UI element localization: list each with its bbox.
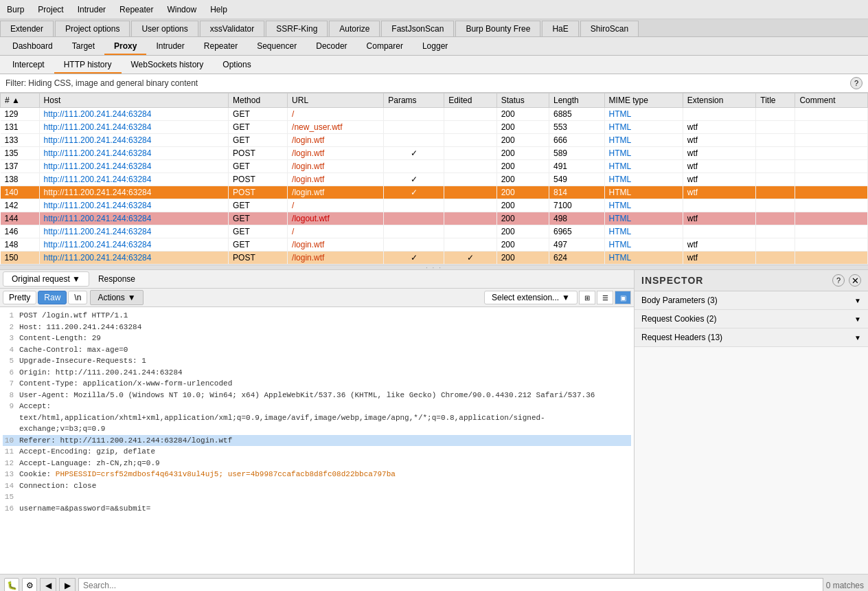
request-line: 6Origin: http://111.200.241.244:63284 bbox=[3, 367, 631, 379]
inspector-body-params-header[interactable]: Body Parameters (3) ▼ bbox=[635, 291, 868, 309]
cell-method: GET bbox=[229, 160, 288, 173]
proxy-tab-websockets[interactable]: WebSockets history bbox=[122, 57, 214, 74]
proxy-tab-http-history[interactable]: HTTP history bbox=[54, 57, 122, 74]
col-header-edited[interactable]: Edited bbox=[444, 93, 496, 108]
cell-params bbox=[384, 238, 444, 252]
tab-target[interactable]: Target bbox=[62, 38, 104, 55]
table-row[interactable]: 142 http://111.200.241.244:63284 GET / 2… bbox=[1, 199, 868, 212]
request-panel: Original request ▼ Response Pretty Raw \… bbox=[0, 270, 635, 574]
col-header-url[interactable]: URL bbox=[288, 93, 384, 108]
tab-hae[interactable]: HaE bbox=[542, 21, 578, 36]
filter-help-button[interactable]: ? bbox=[850, 77, 863, 89]
cell-id: 137 bbox=[1, 160, 40, 173]
menu-burp[interactable]: Burp bbox=[0, 2, 31, 17]
view-split-vertical-button[interactable]: ⊞ bbox=[579, 291, 595, 304]
inspector-help-button[interactable]: ? bbox=[832, 274, 845, 287]
request-line: 12Accept-Language: zh-CN,zh;q=0.9 bbox=[3, 458, 631, 469]
tab-shiroscan[interactable]: ShiroScan bbox=[580, 21, 639, 36]
view-full-button[interactable]: ▣ bbox=[615, 291, 631, 304]
cell-mime: HTML bbox=[604, 238, 683, 252]
settings-icon-button[interactable]: ⚙ bbox=[22, 578, 37, 592]
tab-autorize[interactable]: Autorize bbox=[329, 21, 380, 36]
cell-id: 146 bbox=[1, 225, 40, 238]
search-next-button[interactable]: ▶ bbox=[59, 578, 76, 592]
proxy-tab-options[interactable]: Options bbox=[213, 57, 260, 74]
col-header-status[interactable]: Status bbox=[496, 93, 549, 108]
request-line: 11Accept-Encoding: gzip, deflate bbox=[3, 446, 631, 458]
menu-project[interactable]: Project bbox=[31, 2, 70, 17]
menu-repeater[interactable]: Repeater bbox=[113, 2, 160, 17]
format-bar: Pretty Raw \n Actions ▼ Select extension… bbox=[0, 289, 634, 307]
actions-dropdown[interactable]: Actions ▼ bbox=[90, 290, 143, 305]
inspector-cookies-header[interactable]: Request Cookies (2) ▼ bbox=[635, 310, 868, 328]
table-row[interactable]: 150 http://111.200.241.244:63284 POST /l… bbox=[1, 252, 868, 265]
format-raw-button[interactable]: Raw bbox=[38, 291, 67, 304]
inspector-close-button[interactable]: ✕ bbox=[849, 274, 861, 287]
proxy-tab-intercept[interactable]: Intercept bbox=[3, 57, 54, 74]
table-row[interactable]: 138 http://111.200.241.244:63284 POST /l… bbox=[1, 173, 868, 186]
tab-decoder[interactable]: Decoder bbox=[306, 38, 356, 55]
col-header-ext[interactable]: Extension bbox=[683, 93, 756, 108]
cell-comment bbox=[795, 147, 868, 160]
line-number: 4 bbox=[3, 344, 14, 356]
cell-length: 624 bbox=[549, 252, 604, 265]
tab-original-request[interactable]: Original request ▼ bbox=[3, 271, 89, 287]
tab-project-options[interactable]: Project options bbox=[55, 21, 130, 36]
tab-logger[interactable]: Logger bbox=[413, 38, 457, 55]
col-header-host[interactable]: Host bbox=[39, 93, 228, 108]
tab-user-options[interactable]: User options bbox=[131, 21, 198, 36]
col-header-method[interactable]: Method bbox=[229, 93, 288, 108]
tab-intruder[interactable]: Intruder bbox=[146, 38, 194, 55]
tab-comparer[interactable]: Comparer bbox=[357, 38, 413, 55]
table-row[interactable]: 146 http://111.200.241.244:63284 GET / 2… bbox=[1, 225, 868, 238]
tab-sequencer[interactable]: Sequencer bbox=[247, 38, 306, 55]
menu-help[interactable]: Help bbox=[203, 2, 234, 17]
tab-ssrf-king[interactable]: SSRF-King bbox=[266, 21, 328, 36]
filter-text[interactable]: Filter: Hiding CSS, image and general bi… bbox=[5, 78, 198, 88]
bug-icon-button[interactable]: 🐛 bbox=[4, 578, 19, 592]
menu-window[interactable]: Window bbox=[160, 2, 203, 17]
inspector-headers-header[interactable]: Request Headers (13) ▼ bbox=[635, 328, 868, 346]
tab-repeater[interactable]: Repeater bbox=[194, 38, 247, 55]
line-content: Accept: bbox=[19, 401, 51, 412]
table-row[interactable]: 144 http://111.200.241.244:63284 GET /lo… bbox=[1, 212, 868, 225]
search-input[interactable] bbox=[78, 578, 823, 592]
table-row[interactable]: 148 http://111.200.241.244:63284 GET /lo… bbox=[1, 238, 868, 252]
cell-status: 200 bbox=[496, 212, 549, 225]
select-extension-button[interactable]: Select extension... ▼ bbox=[484, 291, 578, 304]
tab-xssvalidator[interactable]: xssValidator bbox=[200, 21, 264, 36]
col-header-params[interactable]: Params bbox=[384, 93, 444, 108]
col-header-id[interactable]: # ▲ bbox=[1, 93, 40, 108]
table-row[interactable]: 140 http://111.200.241.244:63284 POST /l… bbox=[1, 186, 868, 199]
tab-proxy[interactable]: Proxy bbox=[104, 38, 146, 55]
format-pretty-button[interactable]: Pretty bbox=[3, 291, 36, 304]
cell-edited bbox=[444, 186, 496, 199]
menu-intruder[interactable]: Intruder bbox=[71, 2, 113, 17]
col-header-mime[interactable]: MIME type bbox=[604, 93, 683, 108]
tab-fastjsonscan[interactable]: FastJsonScan bbox=[381, 21, 454, 36]
cell-url: /login.wtf bbox=[288, 238, 384, 252]
col-header-title[interactable]: Title bbox=[756, 93, 795, 108]
panel-splitter[interactable]: · · · bbox=[0, 265, 868, 270]
col-header-comment[interactable]: Comment bbox=[795, 93, 868, 108]
tab-response[interactable]: Response bbox=[89, 271, 144, 287]
tab-extender[interactable]: Extender bbox=[0, 21, 54, 36]
request-line: 5Upgrade-Insecure-Requests: 1 bbox=[3, 355, 631, 367]
search-prev-button[interactable]: ◀ bbox=[40, 578, 56, 592]
tab-dashboard[interactable]: Dashboard bbox=[3, 38, 62, 55]
col-header-length[interactable]: Length bbox=[549, 93, 604, 108]
cell-length: 497 bbox=[549, 238, 604, 252]
inspector-title: INSPECTOR bbox=[641, 275, 703, 286]
view-split-horizontal-button[interactable]: ☰ bbox=[597, 291, 613, 304]
table-row[interactable]: 131 http://111.200.241.244:63284 GET /ne… bbox=[1, 121, 868, 134]
cell-params bbox=[384, 160, 444, 173]
tab-burp-bounty-free[interactable]: Burp Bounty Free bbox=[455, 21, 540, 36]
format-newline-button[interactable]: \n bbox=[68, 291, 87, 304]
table-row[interactable]: 135 http://111.200.241.244:63284 POST /l… bbox=[1, 147, 868, 160]
table-row[interactable]: 137 http://111.200.241.244:63284 GET /lo… bbox=[1, 160, 868, 173]
table-row[interactable]: 133 http://111.200.241.244:63284 GET /lo… bbox=[1, 134, 868, 147]
cell-status: 200 bbox=[496, 134, 549, 147]
cell-host: http://111.200.241.244:63284 bbox=[39, 186, 228, 199]
cell-id: 142 bbox=[1, 199, 40, 212]
table-row[interactable]: 129 http://111.200.241.244:63284 GET / 2… bbox=[1, 108, 868, 121]
